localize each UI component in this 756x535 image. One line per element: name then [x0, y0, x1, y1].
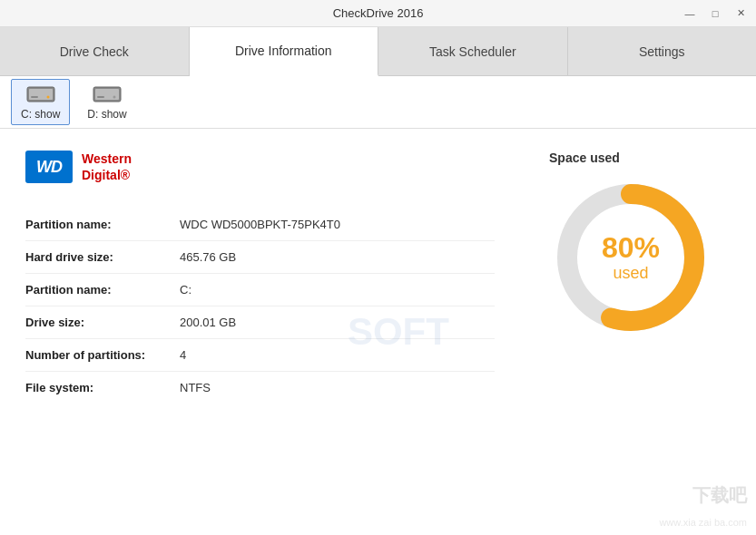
main-content: SOFT WD Western Digital® Partition name:… [0, 129, 756, 535]
donut-chart: 80% used [549, 176, 712, 339]
right-panel: Space used 80% used [531, 151, 731, 513]
drive-c-button[interactable]: C: show [11, 79, 70, 125]
info-fields: Partition name: WDC WD5000BPKT-75PK4T0 H… [25, 209, 495, 404]
drive-d-icon [93, 83, 122, 105]
info-row-1: Hard drive size: 465.76 GB [25, 241, 495, 274]
left-panel: WD Western Digital® Partition name: WDC … [25, 151, 495, 513]
app-title: CheckDrive 2016 [333, 6, 424, 20]
svg-point-7 [113, 96, 116, 99]
close-button[interactable]: ✕ [729, 5, 752, 23]
info-row-2: Partition name: C: [25, 274, 495, 306]
tab-settings[interactable]: Settings [568, 27, 757, 75]
svg-rect-5 [95, 89, 119, 100]
info-row-3: Drive size: 200.01 GB [25, 306, 495, 339]
drive-selector-bar: C: show D: show [0, 76, 756, 129]
tab-drive-check[interactable]: Drive Check [0, 27, 190, 75]
maximize-button[interactable]: □ [703, 5, 727, 23]
info-row-4: Number of partitions: 4 [25, 339, 495, 372]
svg-point-3 [46, 96, 49, 99]
window-controls: — □ ✕ [678, 5, 752, 23]
info-row-5: File system: NTFS [25, 372, 495, 404]
donut-svg [549, 176, 712, 339]
title-bar: CheckDrive 2016 — □ ✕ [0, 0, 756, 27]
minimize-button[interactable]: — [678, 5, 702, 23]
tab-bar: Drive Check Drive Information Task Sched… [0, 27, 756, 76]
drive-d-button[interactable]: D: show [77, 79, 136, 125]
drive-c-icon [26, 83, 55, 105]
wd-logo: WD [25, 151, 73, 183]
brand-name: Western Digital® [82, 151, 132, 183]
svg-rect-2 [31, 96, 38, 98]
svg-rect-6 [97, 96, 104, 98]
brand-logo: WD Western Digital® [25, 151, 495, 183]
tab-task-scheduler[interactable]: Task Scheduler [378, 27, 568, 75]
svg-rect-1 [29, 89, 53, 100]
space-used-title: Space used [549, 151, 620, 165]
tab-drive-information[interactable]: Drive Information [190, 27, 379, 76]
info-row-0: Partition name: WDC WD5000BPKT-75PK4T0 [25, 209, 495, 241]
